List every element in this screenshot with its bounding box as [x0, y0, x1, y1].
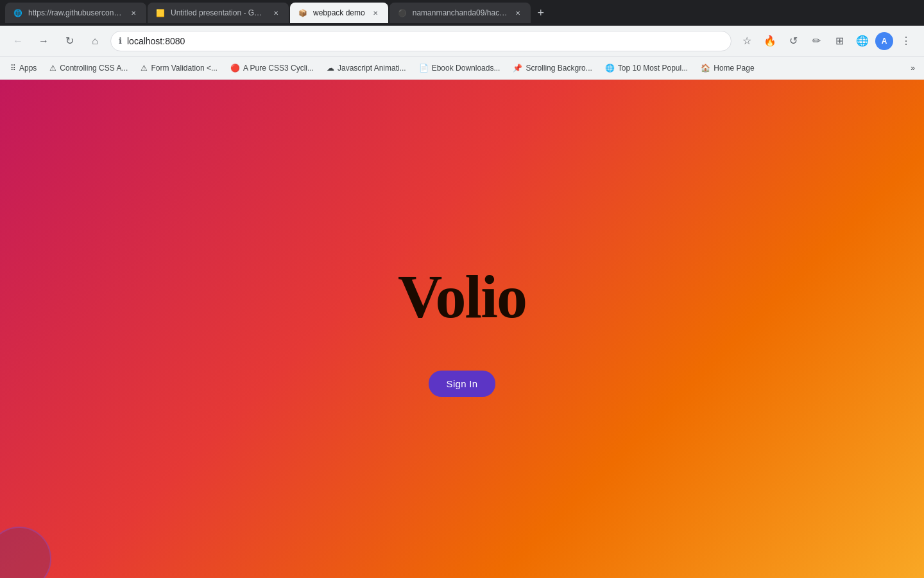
bookmark-star-button[interactable]: ☆ — [737, 31, 757, 51]
extension-4-button[interactable]: ⊞ — [829, 31, 850, 51]
decorative-circle — [0, 527, 51, 578]
forward-button[interactable]: → — [33, 31, 54, 51]
menu-button[interactable]: ⋮ — [896, 31, 916, 51]
tab-1-favicon: 🌐 — [13, 8, 23, 18]
address-bar[interactable]: ℹ localhost:8080 — [110, 31, 732, 51]
bookmark-6-label: Scrolling Backgro... — [526, 64, 592, 73]
bookmark-8-icon: 🏠 — [701, 64, 710, 73]
bookmark-apps[interactable]: ⠿ Apps — [5, 61, 42, 75]
lock-icon: ℹ — [119, 36, 122, 46]
bookmark-7-icon: 🌐 — [605, 64, 615, 73]
bookmark-5-icon: 📄 — [419, 64, 429, 73]
browser-frame: 🌐 https://raw.githubusercontent... ✕ 🟨 U… — [0, 0, 924, 578]
tab-3-favicon: 📦 — [298, 8, 308, 18]
tab-1[interactable]: 🌐 https://raw.githubusercontent... ✕ — [5, 3, 146, 23]
bookmark-4[interactable]: ☁ Javascript Animati... — [321, 61, 411, 75]
bookmark-5[interactable]: 📄 Ebook Downloads... — [414, 61, 506, 75]
reload-button[interactable]: ↻ — [59, 31, 80, 51]
tab-2[interactable]: 🟨 Untitled presentation - Google ✕ — [148, 3, 289, 23]
bookmark-8-label: Home Page — [714, 64, 754, 73]
toolbar-right: ☆ 🔥 ↺ ✏ ⊞ 🌐 A ⋮ — [737, 31, 916, 51]
bookmark-apps-label: Apps — [19, 64, 37, 73]
tab-1-title: https://raw.githubusercontent... — [28, 8, 123, 17]
home-button[interactable]: ⌂ — [85, 31, 105, 51]
bookmark-1-label: Controlling CSS A... — [60, 64, 128, 73]
tab-2-close[interactable]: ✕ — [271, 8, 281, 18]
bookmark-5-label: Ebook Downloads... — [432, 64, 501, 73]
bookmark-4-label: Javascript Animati... — [338, 64, 406, 73]
tab-1-close[interactable]: ✕ — [128, 8, 139, 18]
tab-4-close[interactable]: ✕ — [513, 8, 523, 18]
page-content: Volio Sign In — [0, 80, 924, 578]
bookmark-7[interactable]: 🌐 Top 10 Most Popul... — [600, 61, 693, 75]
bookmark-4-icon: ☁ — [327, 64, 334, 73]
tab-3[interactable]: 📦 webpack demo ✕ — [290, 3, 388, 23]
tab-2-title: Untitled presentation - Google — [171, 8, 266, 17]
toolbar: ← → ↻ ⌂ ℹ localhost:8080 ☆ 🔥 ↺ ✏ ⊞ 🌐 A ⋮ — [0, 26, 924, 57]
tab-4-favicon: ⚫ — [397, 8, 407, 18]
tab-3-close[interactable]: ✕ — [370, 8, 381, 18]
new-tab-button[interactable]: + — [532, 4, 550, 22]
bookmark-6[interactable]: 📌 Scrolling Backgro... — [508, 61, 597, 75]
bookmark-3-label: A Pure CSS3 Cycli... — [243, 64, 314, 73]
back-button[interactable]: ← — [8, 31, 28, 51]
page-title: Volio — [398, 261, 526, 332]
bookmark-7-label: Top 10 Most Popul... — [618, 64, 688, 73]
extension-3-button[interactable]: ✏ — [806, 31, 826, 51]
bookmark-3[interactable]: 🔴 A Pure CSS3 Cycli... — [225, 61, 319, 75]
bookmarks-more-button[interactable]: » — [907, 61, 919, 75]
tab-4-title: namanmanchanda09/hackinit — [413, 8, 508, 17]
extension-1-button[interactable]: 🔥 — [760, 31, 780, 51]
profile-button[interactable]: A — [875, 32, 893, 50]
address-text: localhost:8080 — [127, 36, 723, 46]
tab-3-title: webpack demo — [313, 8, 365, 17]
bookmark-1-icon: ⚠ — [49, 64, 56, 73]
extension-5-button[interactable]: 🌐 — [852, 31, 873, 51]
bookmark-2-icon: ⚠ — [141, 64, 148, 73]
bookmarks-bar: ⠿ Apps ⚠ Controlling CSS A... ⚠ Form Val… — [0, 57, 924, 80]
tab-4[interactable]: ⚫ namanmanchanda09/hackinit ✕ — [389, 3, 531, 23]
bookmark-2[interactable]: ⚠ Form Validation <... — [135, 61, 223, 75]
apps-icon: ⠿ — [10, 64, 16, 73]
tab-2-favicon: 🟨 — [155, 8, 166, 18]
bookmark-1[interactable]: ⚠ Controlling CSS A... — [44, 61, 133, 75]
tab-bar: 🌐 https://raw.githubusercontent... ✕ 🟨 U… — [0, 0, 924, 26]
bookmark-6-icon: 📌 — [513, 64, 522, 73]
bookmark-3-icon: 🔴 — [230, 64, 240, 73]
signin-button[interactable]: Sign In — [429, 371, 496, 397]
extension-2-button[interactable]: ↺ — [783, 31, 803, 51]
bookmark-2-label: Form Validation <... — [151, 64, 218, 73]
bookmark-8[interactable]: 🏠 Home Page — [696, 61, 759, 75]
